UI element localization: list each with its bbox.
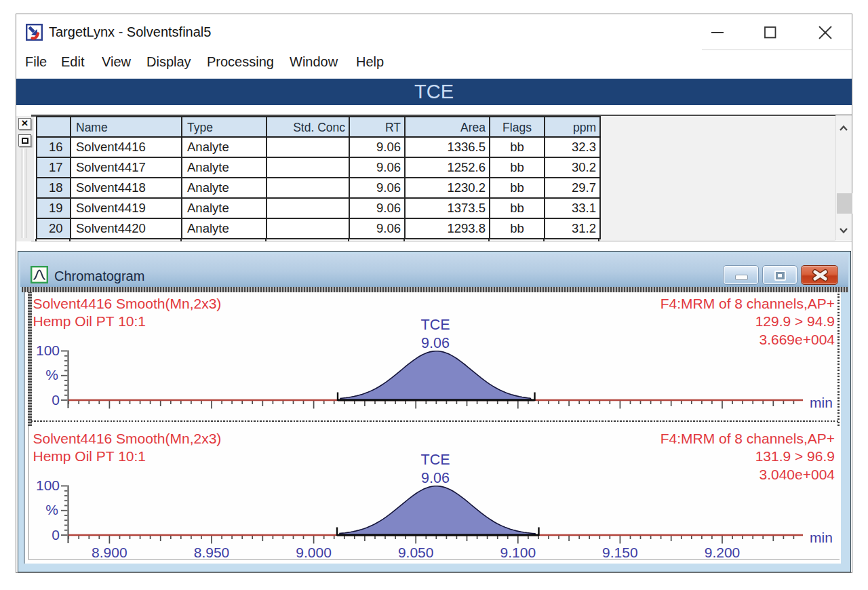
svg-text:%: % xyxy=(45,367,58,382)
svg-text:0: 0 xyxy=(52,527,60,543)
svg-text:Solvent4416 Smooth(Mn,2x3): Solvent4416 Smooth(Mn,2x3) xyxy=(33,431,222,446)
svg-text:Hemp Oil PT 10:1: Hemp Oil PT 10:1 xyxy=(33,448,146,464)
svg-text:min: min xyxy=(810,395,833,410)
svg-text:131.9 > 96.9: 131.9 > 96.9 xyxy=(755,448,835,464)
svg-text:8.950: 8.950 xyxy=(194,545,230,560)
svg-text:129.9 > 94.9: 129.9 > 94.9 xyxy=(755,313,835,329)
svg-text:%: % xyxy=(45,502,58,517)
svg-text:TCE: TCE xyxy=(421,317,450,333)
svg-text:3.040e+004: 3.040e+004 xyxy=(759,467,835,482)
svg-text:100: 100 xyxy=(36,342,60,358)
svg-text:F4:MRM of 8 channels,AP+: F4:MRM of 8 channels,AP+ xyxy=(660,431,835,446)
svg-text:9.06: 9.06 xyxy=(421,335,450,351)
svg-text:Hemp Oil PT 10:1: Hemp Oil PT 10:1 xyxy=(33,313,146,329)
svg-text:9.150: 9.150 xyxy=(602,545,638,560)
svg-text:9.100: 9.100 xyxy=(500,545,536,560)
svg-text:F4:MRM of 8 channels,AP+: F4:MRM of 8 channels,AP+ xyxy=(660,296,835,311)
svg-text:0: 0 xyxy=(52,392,60,408)
svg-text:TCE: TCE xyxy=(421,452,450,468)
svg-text:Solvent4416 Smooth(Mn,2x3): Solvent4416 Smooth(Mn,2x3) xyxy=(33,296,222,311)
svg-text:9.050: 9.050 xyxy=(398,545,434,560)
svg-text:100: 100 xyxy=(36,477,60,493)
svg-text:9.06: 9.06 xyxy=(421,470,450,486)
svg-text:8.900: 8.900 xyxy=(92,545,127,560)
svg-text:9.200: 9.200 xyxy=(705,545,741,560)
svg-text:3.669e+004: 3.669e+004 xyxy=(759,332,835,347)
svg-text:9.000: 9.000 xyxy=(296,545,332,560)
svg-text:min: min xyxy=(810,530,833,545)
